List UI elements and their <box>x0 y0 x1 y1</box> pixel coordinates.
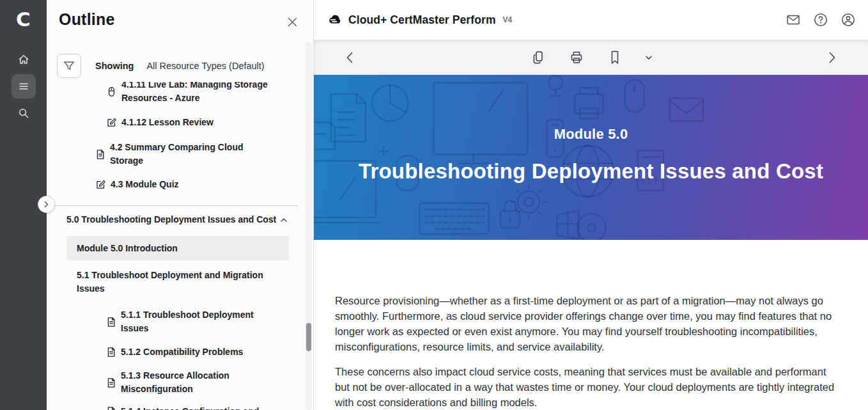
outline-menu-button[interactable] <box>12 74 36 99</box>
lesson-content: Resource provisioning—whether as a first… <box>314 240 868 410</box>
next-page-button[interactable] <box>818 40 846 75</box>
filter-row: Showing All Resource Types (Default) <box>57 54 265 78</box>
copy-button[interactable] <box>527 47 549 68</box>
product-version: V4 <box>503 15 513 24</box>
chevron-down-icon <box>645 54 653 61</box>
chevron-right-icon <box>43 201 50 208</box>
app-title: Cloud+ CertMaster Perform V4 <box>325 13 512 27</box>
outline-divider <box>54 205 298 206</box>
outline-item-module-5-0-intro-selected[interactable]: Module 5.0 Introduction <box>66 236 289 260</box>
product-title: Cloud+ CertMaster Perform <box>348 13 496 27</box>
account-icon <box>841 12 856 28</box>
rail-nav <box>12 47 36 125</box>
document-icon <box>106 377 116 388</box>
messages-button[interactable] <box>785 12 802 28</box>
paragraph-2: These concerns also impact cloud service… <box>335 364 843 410</box>
menu-icon <box>17 80 30 93</box>
bookmark-icon <box>608 50 621 65</box>
toolbar-center-group <box>314 40 868 75</box>
showing-label: Showing <box>95 61 134 71</box>
main-area: Cloud+ CertMaster Perform V4 <box>314 0 868 410</box>
outline-item-5-1-2[interactable]: 5.1.2 Compatibility Problems <box>106 345 243 359</box>
outline-scrollbar-thumb[interactable] <box>306 323 311 351</box>
mouse-icon <box>106 86 117 97</box>
chevron-up-icon <box>280 216 288 224</box>
lesson-toolbar <box>314 40 868 75</box>
document-icon <box>106 347 116 358</box>
printer-icon <box>569 50 584 65</box>
outline-item-5-1-3[interactable]: 5.1.3 Resource Allocation Misconfigurati… <box>106 369 265 396</box>
filter-button[interactable] <box>57 54 81 78</box>
outline-item-5-1[interactable]: 5.1 Troubleshoot Deployment and Migratio… <box>77 269 274 296</box>
outline-panel: Outline Showing All Resource Types (Defa… <box>47 0 314 410</box>
bookmark-button[interactable] <box>604 47 626 68</box>
search-icon <box>17 107 30 120</box>
outline-item-4-3[interactable]: 4.3 Module Quiz <box>95 178 179 191</box>
document-icon <box>106 317 116 327</box>
module-banner: Module 5.0 Troubleshooting Deployment Is… <box>314 75 868 240</box>
edit-icon <box>95 179 106 190</box>
filter-funnel-icon <box>63 59 75 72</box>
banner-text: Module 5.0 Troubleshooting Deployment Is… <box>314 75 868 240</box>
bookmark-menu-button[interactable] <box>642 47 655 68</box>
document-icon <box>106 406 116 410</box>
mail-icon <box>786 12 801 28</box>
close-icon <box>286 16 298 28</box>
banner-module-label: Module 5.0 <box>554 126 628 143</box>
help-icon <box>813 12 828 28</box>
topbar: Cloud+ CertMaster Perform V4 <box>314 0 868 40</box>
close-outline-button[interactable] <box>284 14 300 29</box>
outline-scrollbar-track[interactable] <box>306 42 312 410</box>
outline-item-4-1-12[interactable]: 4.1.12 Lesson Review <box>106 116 213 129</box>
outline-item-4-1-11[interactable]: 4.1.11 Live Lab: Managing Storage Resour… <box>106 82 283 105</box>
copy-icon <box>531 50 545 65</box>
outline-item-5-1-1[interactable]: 5.1.1 Troubleshoot Deployment Issues <box>106 308 265 335</box>
outline-item-4-2[interactable]: 4.2 Summary Comparing Cloud Storage <box>95 141 245 168</box>
topbar-actions <box>785 12 856 28</box>
print-button[interactable] <box>566 47 587 68</box>
outline-collapse-toggle[interactable] <box>38 196 55 213</box>
outline-section-5-0[interactable]: 5.0 Troubleshooting Deployment Issues an… <box>66 213 288 226</box>
cloud-icon <box>325 13 343 27</box>
outline-item-5-1-4[interactable]: 5.1.4 Instance Configuration and <box>106 405 274 410</box>
app: C Outline Showing All Resource Types (De… <box>0 0 868 410</box>
edit-icon <box>106 117 117 128</box>
banner-title: Troubleshooting Deployment Issues and Co… <box>359 159 823 184</box>
document-icon <box>95 149 105 160</box>
account-button[interactable] <box>840 12 856 28</box>
resource-filter-value[interactable]: All Resource Types (Default) <box>146 61 264 71</box>
outline-title: Outline <box>59 10 115 29</box>
chevron-right-icon <box>828 51 837 64</box>
home-icon <box>17 53 30 66</box>
home-button[interactable] <box>12 47 36 72</box>
help-button[interactable] <box>812 12 829 28</box>
paragraph-1: Resource provisioning—whether as a first… <box>335 293 843 354</box>
search-button[interactable] <box>12 101 36 125</box>
outline-tree: 4.1.11 Live Lab: Managing Storage Resour… <box>47 82 303 410</box>
comptia-logo: C <box>16 5 31 33</box>
